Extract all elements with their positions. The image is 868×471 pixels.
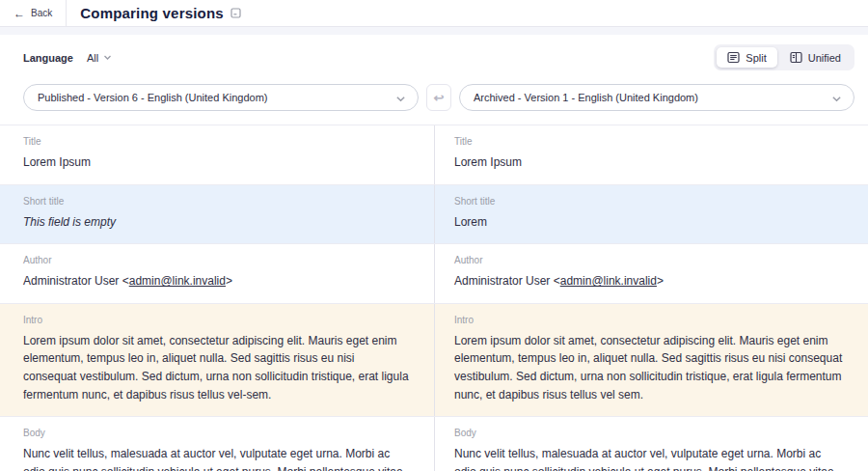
field-label: Body	[23, 428, 411, 438]
split-view-button[interactable]: Split	[717, 47, 776, 68]
author-cell-right: Author Administrator User <admin@link.in…	[434, 244, 868, 303]
intro-cell-left: Intro Lorem ipsum dolor sit amet, consec…	[0, 304, 434, 416]
field-value: Nunc velit tellus, malesuada at auctor v…	[23, 445, 411, 471]
right-version-value: Archived - Version 1 - English (United K…	[474, 92, 698, 103]
field-row-title: Title Lorem Ipsum Title Lorem Ipsum	[0, 125, 868, 184]
left-version-select[interactable]: Published - Version 6 - English (United …	[23, 84, 419, 111]
unified-view-button[interactable]: Unified	[779, 47, 852, 68]
title-cell-left: Title Lorem Ipsum	[0, 125, 434, 184]
language-value: All	[87, 52, 98, 64]
field-value: Lorem Ipsum	[23, 153, 411, 172]
author-prefix: Administrator User <	[23, 274, 129, 288]
page-gap	[0, 27, 868, 35]
field-label: Title	[23, 136, 411, 147]
field-value: Lorem ipsum dolor sit amet, consectetur …	[454, 332, 845, 403]
page-title: Comparing versions	[80, 5, 224, 21]
intro-cell-right: Intro Lorem ipsum dolor sit amet, consec…	[434, 304, 868, 416]
chevron-down-icon	[831, 94, 840, 102]
field-value: Lorem ipsum dolor sit amet, consectetur …	[23, 332, 411, 403]
field-value: Administrator User <admin@link.invalid>	[454, 272, 845, 291]
unified-view-icon	[790, 51, 802, 64]
author-suffix: >	[657, 274, 664, 288]
info-icon	[231, 8, 241, 18]
short-title-cell-left: Short title This field is empty	[0, 185, 434, 244]
left-version-value: Published - Version 6 - English (United …	[38, 92, 267, 103]
comparison-grid: Title Lorem Ipsum Title Lorem Ipsum Shor…	[0, 125, 868, 471]
version-selector-row: Published - Version 6 - English (United …	[0, 80, 868, 125]
view-mode-toggle: Split Unified	[714, 44, 854, 70]
field-value: Administrator User <admin@link.invalid>	[23, 272, 411, 291]
field-label: Author	[454, 255, 845, 265]
field-label: Short title	[454, 196, 845, 207]
field-value-empty: This field is empty	[23, 213, 411, 232]
field-value: Lorem Ipsum	[454, 153, 845, 172]
author-email-link[interactable]: admin@link.invalid	[560, 274, 657, 288]
field-value: Nunc velit tellus, malesuada at auctor v…	[454, 445, 845, 471]
chevron-down-icon	[103, 53, 112, 62]
field-row-body: Body Nunc velit tellus, malesuada at auc…	[0, 416, 868, 471]
back-label: Back	[31, 8, 52, 18]
title-cell-right: Title Lorem Ipsum	[434, 125, 868, 184]
language-select[interactable]: All	[87, 52, 112, 64]
swap-versions-button[interactable]: ↩	[426, 84, 451, 111]
author-email-link[interactable]: admin@link.invalid	[129, 274, 226, 288]
field-label: Author	[23, 255, 411, 265]
top-header: ← Back Comparing versions	[0, 0, 868, 27]
chevron-down-icon	[395, 94, 404, 102]
split-view-icon	[727, 51, 740, 64]
unified-view-label: Unified	[808, 52, 841, 64]
back-button[interactable]: ← Back	[0, 0, 67, 26]
body-cell-left: Body Nunc velit tellus, malesuada at auc…	[0, 417, 434, 471]
body-cell-right: Body Nunc velit tellus, malesuada at auc…	[434, 417, 868, 471]
field-label: Title	[454, 136, 845, 147]
swap-versions-icon: ↩	[434, 91, 445, 105]
author-suffix: >	[226, 274, 232, 288]
field-row-intro: Intro Lorem ipsum dolor sit amet, consec…	[0, 303, 868, 416]
field-value: Lorem	[454, 213, 845, 232]
split-view-label: Split	[746, 52, 766, 64]
author-prefix: Administrator User <	[454, 274, 560, 288]
field-label: Intro	[23, 315, 411, 325]
right-version-select[interactable]: Archived - Version 1 - English (United K…	[459, 84, 854, 111]
back-arrow-icon: ←	[14, 8, 25, 19]
field-label: Short title	[23, 196, 411, 207]
author-cell-left: Author Administrator User <admin@link.in…	[0, 244, 434, 303]
compare-toolbar: Language All Split Unified	[0, 35, 868, 80]
field-row-short-title: Short title This field is empty Short ti…	[0, 184, 868, 244]
field-label: Body	[454, 428, 845, 438]
language-label: Language	[23, 52, 73, 64]
field-row-author: Author Administrator User <admin@link.in…	[0, 243, 868, 303]
field-label: Intro	[454, 315, 845, 325]
short-title-cell-right: Short title Lorem	[434, 185, 868, 244]
